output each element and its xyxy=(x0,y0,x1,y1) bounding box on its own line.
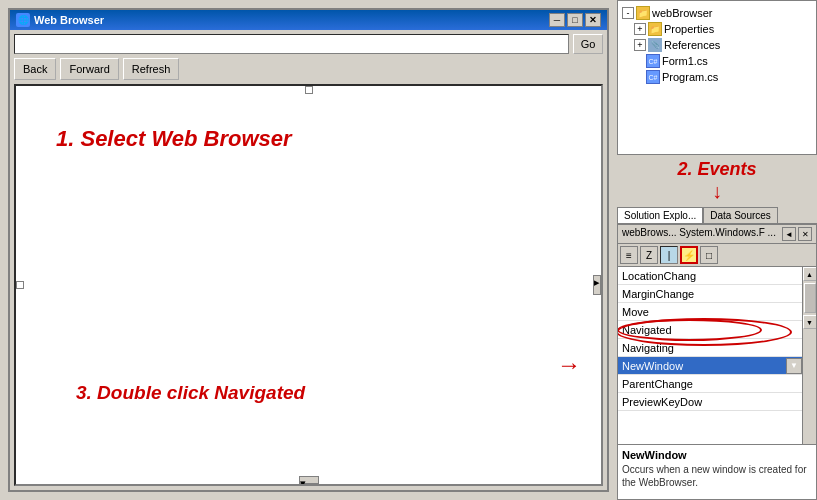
events-button[interactable]: ⚡ xyxy=(680,246,698,264)
tree-item-programcs[interactable]: C# Program.cs xyxy=(622,69,812,85)
newwindow-dropdown[interactable]: ▼ xyxy=(786,358,802,374)
back-button[interactable]: Back xyxy=(14,58,56,80)
prop-item-newwindow[interactable]: NewWindow ▼ xyxy=(618,357,802,375)
prop-item-move[interactable]: Move xyxy=(618,303,802,321)
properties-target: webBrows... System.Windows.F ... xyxy=(622,227,776,238)
nav-buttons: Back Forward Refresh xyxy=(14,58,603,80)
window-titlebar: 🌐 Web Browser ─ □ ✕ xyxy=(10,10,607,30)
prop-name-navigating: Navigating xyxy=(618,342,802,354)
close-button[interactable]: ✕ xyxy=(585,13,601,27)
prop-item-navigated[interactable]: Navigated xyxy=(618,321,802,339)
drag-handle-left[interactable] xyxy=(16,281,24,289)
properties-list: LocationChang MarginChange Move Navigate… xyxy=(618,267,802,444)
categorized-button[interactable]: Z xyxy=(640,246,658,264)
tree-label-properties: Properties xyxy=(664,23,714,35)
browser-area: ▸ ▾ 1. Select Web Browser 3. Double clic… xyxy=(14,84,603,486)
description-title: NewWindow xyxy=(622,449,812,461)
prop-name-navigated: Navigated xyxy=(618,324,802,336)
web-browser-window: 🌐 Web Browser ─ □ ✕ Go Back Forward Refr… xyxy=(8,8,609,492)
references-icon: 📎 xyxy=(648,38,662,52)
folder-icon: 📁 xyxy=(636,6,650,20)
properties-description: NewWindow Occurs when a new window is cr… xyxy=(618,444,816,499)
prop-name-newwindow: NewWindow xyxy=(618,360,786,372)
drag-handle-top[interactable] xyxy=(305,86,313,94)
properties-folder-icon: 📁 xyxy=(648,22,662,36)
solution-explorer: - 📁 webBrowser + 📁 Properties + 📎 Refere… xyxy=(617,0,817,155)
address-input[interactable] xyxy=(14,34,569,54)
properties-toolbar: ≡ Z | ⚡ □ xyxy=(618,244,816,267)
window-icon: 🌐 xyxy=(16,13,30,27)
properties-panel: webBrows... System.Windows.F ... ◄ ✕ ≡ Z… xyxy=(617,224,817,500)
prop-name-parentchange: ParentChange xyxy=(618,378,802,390)
description-text: Occurs when a new window is created for … xyxy=(622,463,812,489)
form1cs-icon: C# xyxy=(646,54,660,68)
select-web-browser-text: 1. Select Web Browser xyxy=(56,126,292,152)
prop-item-parentchange[interactable]: ParentChange xyxy=(618,375,802,393)
right-panel: - 📁 webBrowser + 📁 Properties + 📎 Refere… xyxy=(617,0,817,500)
tab-solution-explorer[interactable]: Solution Explo... xyxy=(617,207,703,223)
tree-expand-references[interactable]: + xyxy=(634,39,646,51)
tree-item-references[interactable]: + 📎 References xyxy=(622,37,812,53)
scroll-thumb[interactable] xyxy=(804,283,816,313)
tree-item-form1cs[interactable]: C# Form1.cs xyxy=(622,53,812,69)
properties-list-container: LocationChang MarginChange Move Navigate… xyxy=(618,267,816,444)
titlebar-title: 🌐 Web Browser xyxy=(16,13,104,27)
prop-name-move: Move xyxy=(618,306,802,318)
left-panel: 🌐 Web Browser ─ □ ✕ Go Back Forward Refr… xyxy=(0,0,617,500)
address-bar: Go xyxy=(14,34,603,54)
sort-button[interactable]: | xyxy=(660,246,678,264)
go-button[interactable]: Go xyxy=(573,34,603,54)
double-click-navigated-text: 3. Double click Navigated xyxy=(76,382,305,404)
panel-tabs: Solution Explo... Data Sources xyxy=(617,207,817,224)
tree-label-webbrowser: webBrowser xyxy=(652,7,713,19)
maximize-button[interactable]: □ xyxy=(567,13,583,27)
tree-item-properties[interactable]: + 📁 Properties xyxy=(622,21,812,37)
events-label: 2. Events ↓ xyxy=(617,155,817,207)
minimize-button[interactable]: ─ xyxy=(549,13,565,27)
alphabetical-button[interactable]: ≡ xyxy=(620,246,638,264)
scroll-down-button[interactable]: ▼ xyxy=(803,315,817,329)
prop-name-marginchange: MarginChange xyxy=(618,288,802,300)
properties-scrollbar[interactable]: ▲ ▼ xyxy=(802,267,816,444)
prop-item-navigating[interactable]: Navigating xyxy=(618,339,802,357)
events-text: 2. Events xyxy=(677,159,756,179)
resize-handle-bottom[interactable]: ▾ xyxy=(299,476,319,484)
refresh-button[interactable]: Refresh xyxy=(123,58,180,80)
prop-item-marginchange[interactable]: MarginChange xyxy=(618,285,802,303)
forward-button[interactable]: Forward xyxy=(60,58,118,80)
window-title: Web Browser xyxy=(34,14,104,26)
tree-item-webbrowser[interactable]: - 📁 webBrowser xyxy=(622,5,812,21)
resize-handle-right[interactable]: ▸ xyxy=(593,275,601,295)
prop-name-locationchange: LocationChang xyxy=(618,270,802,282)
properties-header: webBrows... System.Windows.F ... ◄ ✕ xyxy=(618,225,816,244)
prop-item-previewkeydown[interactable]: PreviewKeyDow xyxy=(618,393,802,411)
window-content: Go Back Forward Refresh ▸ ▾ 1. Select We… xyxy=(10,30,607,490)
arrow-right-icon: → xyxy=(557,351,581,379)
tab-data-sources[interactable]: Data Sources xyxy=(703,207,778,223)
scroll-up-button[interactable]: ▲ xyxy=(803,267,817,281)
titlebar-buttons: ─ □ ✕ xyxy=(549,13,601,27)
tree-expand-webbrowser[interactable]: - xyxy=(622,7,634,19)
events-arrow-icon: ↓ xyxy=(617,180,817,203)
properties-close-button[interactable]: ✕ xyxy=(798,227,812,241)
tree-label-form1cs: Form1.cs xyxy=(662,55,708,67)
tree-label-references: References xyxy=(664,39,720,51)
prop-name-previewkeydown: PreviewKeyDow xyxy=(618,396,802,408)
programcs-icon: C# xyxy=(646,70,660,84)
pin-button[interactable]: ◄ xyxy=(782,227,796,241)
tree-expand-properties[interactable]: + xyxy=(634,23,646,35)
prop-item-locationchange[interactable]: LocationChang xyxy=(618,267,802,285)
tree-label-programcs: Program.cs xyxy=(662,71,718,83)
property-pages-button[interactable]: □ xyxy=(700,246,718,264)
